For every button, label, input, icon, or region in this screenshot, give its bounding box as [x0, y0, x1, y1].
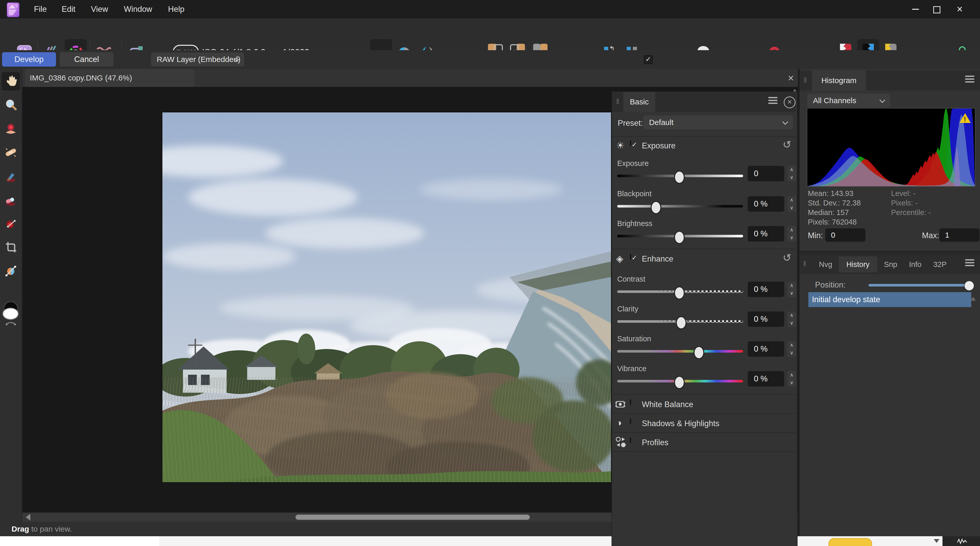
crop-tool-icon[interactable]: [2, 238, 20, 256]
exposure-stepper[interactable]: ∧∨: [787, 166, 796, 181]
histogram-stats-right: Level: - Pixels: - Percentile: -: [891, 189, 931, 218]
pan-tool-icon[interactable]: [2, 72, 20, 91]
enhance-enable-checkbox[interactable]: [630, 254, 631, 259]
red-eye-removal-tool-icon[interactable]: [2, 119, 20, 138]
app-logo-icon: [7, 2, 19, 17]
panel-close-icon[interactable]: ×: [784, 96, 795, 108]
white-balance-checkbox[interactable]: [630, 399, 631, 405]
tab-snp[interactable]: Snp: [879, 256, 902, 272]
channels-dropdown[interactable]: All Channels: [807, 94, 890, 107]
shadows-highlights-checkbox[interactable]: [630, 418, 631, 424]
clarity-stepper[interactable]: ∧∨: [787, 311, 796, 327]
contrast-value[interactable]: 0 %: [748, 282, 784, 297]
vibrance-stepper[interactable]: ∧∨: [787, 371, 796, 386]
histogram-menu-icon[interactable]: [965, 74, 974, 84]
menu-edit[interactable]: Edit: [60, 0, 77, 19]
contrast-stepper[interactable]: ∧∨: [787, 282, 796, 297]
blackpoint-value[interactable]: 0 %: [748, 196, 784, 212]
profiles-checkbox[interactable]: [630, 437, 631, 443]
overlay-gradient-tool-icon[interactable]: [2, 214, 20, 233]
max-input[interactable]: 1: [939, 228, 980, 242]
status-drag: Drag: [11, 525, 29, 533]
show-all-layers-checkbox[interactable]: [644, 55, 653, 64]
histogram-stats-left: Mean: 143.93 Std. Dev.: 72.38 Median: 15…: [808, 189, 861, 227]
menu-help[interactable]: Help: [166, 0, 186, 19]
enhance-reset-icon[interactable]: ↺: [783, 252, 791, 263]
maximize-button[interactable]: [928, 5, 945, 14]
position-label: Position:: [815, 280, 846, 290]
background-scroll-icon: [934, 539, 939, 543]
menu-file[interactable]: File: [32, 0, 49, 19]
tab-history[interactable]: History: [839, 256, 877, 272]
tab-basic[interactable]: Basic: [624, 92, 655, 112]
tab-histogram[interactable]: Histogram: [812, 70, 866, 91]
affinity-photo-develop-window: File Edit View Window Help ×: [0, 0, 980, 546]
exposure-enable-checkbox[interactable]: [630, 140, 631, 146]
title-bar: File Edit View Window Help ×: [0, 0, 980, 19]
zoom-tool-icon[interactable]: [2, 96, 20, 114]
clarity-slider[interactable]: [617, 320, 743, 323]
vibrance-slider[interactable]: [617, 380, 743, 382]
tab-info[interactable]: Info: [904, 256, 927, 272]
menu-window[interactable]: Window: [122, 0, 154, 19]
brightness-stepper[interactable]: ∧∨: [787, 226, 796, 241]
min-input[interactable]: 0: [825, 228, 865, 242]
clipping-warning-icon: [959, 113, 971, 123]
develop-button[interactable]: Develop: [2, 52, 56, 67]
history-menu-icon[interactable]: [965, 258, 974, 268]
panel-drag-handle[interactable]: ‖: [616, 97, 620, 106]
exposure-reset-icon[interactable]: ↺: [783, 139, 791, 150]
min-label: Min:: [808, 231, 823, 240]
position-slider[interactable]: [869, 284, 970, 286]
menu-view[interactable]: View: [89, 0, 110, 19]
vibrance-value[interactable]: 0 %: [748, 371, 784, 386]
document-tab[interactable]: IMG_0386 copy.DNG (47.6%): [25, 69, 194, 87]
background-corner-block: [942, 536, 980, 546]
exposure-slider[interactable]: [617, 175, 743, 177]
white-balance-label: White Balance: [642, 400, 693, 409]
history-drag-handle[interactable]: ‖: [803, 260, 807, 268]
histogram-chart: [807, 108, 975, 187]
enhance-section-label: Enhance: [642, 254, 673, 263]
photo-canvas[interactable]: [162, 112, 611, 482]
output-dropdown[interactable]: RAW Layer (Embedded): [151, 53, 244, 66]
exposure-value[interactable]: 0: [748, 166, 784, 181]
white-balance-icon: [615, 399, 625, 409]
brightness-slider[interactable]: [617, 235, 743, 237]
white-balance-tool-icon[interactable]: [2, 261, 20, 280]
tab-32p[interactable]: 32P: [928, 256, 952, 272]
clarity-value[interactable]: 0 %: [748, 311, 784, 327]
saturation-stepper[interactable]: ∧∨: [787, 341, 796, 357]
history-scroll-up-icon[interactable]: [970, 297, 976, 301]
tab-nvg[interactable]: Nvg: [814, 256, 837, 272]
enhance-section-icon: ◈: [616, 253, 624, 264]
histogram-panel-header: ‖ Histogram: [800, 70, 980, 91]
preset-dropdown[interactable]: Default: [643, 115, 793, 129]
history-item-selected[interactable]: Initial develop state: [808, 292, 971, 307]
overlay-erase-tool-icon[interactable]: [2, 190, 20, 209]
overlay-paint-tool-icon[interactable]: [2, 167, 20, 185]
color-swatches[interactable]: [2, 300, 19, 329]
histogram-drag-handle[interactable]: ‖: [804, 76, 807, 85]
white-balance-section: White Balance: [612, 395, 796, 413]
cancel-button[interactable]: Cancel: [60, 52, 114, 67]
exposure-section-header: ☀ Exposure ↺: [612, 137, 796, 155]
brightness-value[interactable]: 0 %: [748, 226, 784, 241]
blackpoint-slider[interactable]: [617, 205, 743, 208]
close-button[interactable]: ×: [951, 5, 969, 14]
position-slider-thumb[interactable]: [964, 281, 974, 291]
panel-menu-icon[interactable]: [768, 96, 778, 105]
minimize-button[interactable]: [907, 5, 925, 14]
blackpoint-stepper[interactable]: ∧∨: [787, 196, 796, 212]
blemish-removal-tool-icon[interactable]: [2, 143, 20, 161]
preset-label: Preset:: [618, 118, 643, 128]
document-close-icon[interactable]: ×: [786, 73, 796, 83]
contrast-slider[interactable]: [617, 291, 743, 293]
main-toolbar: RAW ISO 64 ƒ/1.8 6.9mm 1/6623s ↻ ↻: [0, 19, 980, 51]
tool-rail: [0, 69, 22, 536]
horizontal-scroll-thumb[interactable]: [296, 515, 530, 520]
saturation-slider[interactable]: [617, 350, 743, 353]
scroll-left-icon[interactable]: [26, 514, 30, 520]
exposure-section-label: Exposure: [642, 141, 676, 150]
saturation-value[interactable]: 0 %: [748, 341, 784, 357]
